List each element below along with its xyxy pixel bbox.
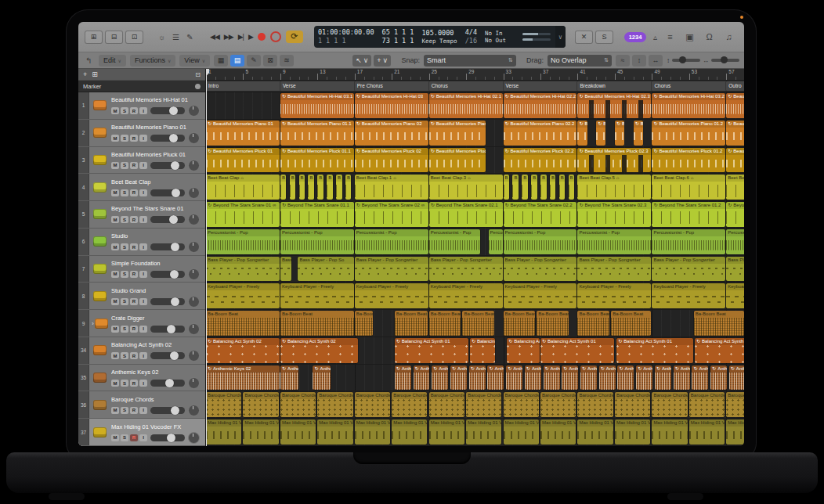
region[interactable]: Keyboard Player - Freely [652, 283, 725, 308]
region[interactable]: Max Hiding 01 V [689, 419, 725, 445]
region[interactable]: Baroque Chords [689, 392, 725, 417]
m-button[interactable]: M [111, 243, 119, 250]
view-menu[interactable]: View ∨ [179, 55, 210, 67]
volume-fader-knob[interactable] [172, 189, 180, 197]
region[interactable]: Baroque Chords [577, 392, 613, 417]
region[interactable]: ↻Anthemic Keys 02 [674, 365, 690, 391]
volume-fader[interactable] [150, 352, 185, 359]
region[interactable]: ↻Beyond The Stars Snare 01.2 [652, 202, 725, 227]
region[interactable]: B [569, 175, 575, 200]
volume-fader-knob[interactable] [169, 134, 178, 142]
region[interactable]: B [512, 175, 519, 200]
volume-fader[interactable] [150, 380, 185, 387]
region[interactable]: ↻Beautiful Memories Piano [577, 121, 587, 146]
region[interactable]: Ba-Boom Beat [395, 311, 428, 336]
i-button[interactable]: I [139, 135, 147, 142]
track-header-options-icon[interactable]: ⊡ [195, 71, 201, 78]
region[interactable]: Percussionist - Pop [355, 229, 428, 254]
region[interactable]: Bass Player - Pop Songwriter [504, 257, 577, 282]
volume-fader[interactable] [150, 434, 185, 441]
quick-help-toggle-button[interactable]: ⊡ [125, 31, 143, 44]
i-button[interactable]: I [139, 352, 147, 359]
i-button[interactable]: I [139, 162, 147, 169]
region[interactable]: Ba-Boom Beat [537, 311, 569, 336]
volume-fader[interactable] [150, 271, 185, 278]
region[interactable]: ↻Balancing Act Synth 02 [280, 338, 358, 363]
track-header-row[interactable]: 1Beautiful Memories Hi-Hat 01MSRI [78, 92, 205, 120]
region[interactable]: Percussionist - Pop [429, 229, 480, 254]
vertical-zoom-slider[interactable]: ↕ [667, 57, 700, 64]
grid-view-button[interactable]: ▦ [214, 55, 228, 67]
region[interactable]: B [327, 175, 333, 200]
region[interactable]: ↻Anthemic Keys 02 [395, 365, 411, 391]
region[interactable]: ↻Anthemic Keys 02 [487, 365, 504, 391]
region[interactable]: ↻Beautiful Memories Piano 01 [206, 121, 280, 146]
i-button[interactable]: I [139, 434, 147, 441]
i-button[interactable]: I [139, 271, 147, 278]
volume-fader-knob[interactable] [167, 434, 175, 442]
pan-knob[interactable] [188, 241, 200, 253]
count-in-button[interactable]: 1234 [624, 32, 646, 42]
region[interactable]: Ba-Boom Beat [429, 311, 461, 336]
volume-fader-knob[interactable] [170, 351, 179, 360]
marker-section[interactable]: Pre Chorus [355, 81, 431, 91]
metronome-icon[interactable]: ▵ [649, 31, 661, 43]
pan-knob[interactable] [188, 296, 200, 308]
region[interactable]: ↻Anthemic Keys 02 [562, 365, 578, 391]
region[interactable]: Keyboard Player - Freely [577, 283, 651, 308]
region[interactable]: ↻Beautiful Memories Pluck 02 [429, 148, 486, 173]
region[interactable]: ↻Anthemic Keys 02 [450, 365, 467, 391]
horizontal-zoom-slider[interactable]: ↔ [703, 57, 739, 64]
region[interactable]: ↻Anthemic Keys 02 [580, 365, 597, 391]
r-button[interactable]: R [130, 352, 138, 359]
track-header-row[interactable]: 4Beet Beat ClapMSRI [78, 174, 205, 201]
region[interactable]: ↻Beyond The Stars Snare 02.3 [577, 202, 651, 227]
functions-menu[interactable]: Functions ∨ [130, 55, 175, 67]
region[interactable]: ↻Beyond The Stars Snare 01.3 [726, 202, 744, 227]
region[interactable]: ↻Beautiful Memories Piano 01.1 [280, 121, 354, 146]
marker-section[interactable]: Verse [280, 81, 356, 91]
track-header-row[interactable]: 35Anthemic Keys 02MSRI [78, 365, 205, 392]
vertical-zoom-slider-knob[interactable] [679, 56, 686, 63]
region[interactable]: Bass Player - Pop Songwriter [726, 257, 744, 282]
bar-ruler[interactable]: 159131721252933374145495357 [206, 69, 744, 81]
s-button[interactable]: S [121, 243, 128, 250]
region[interactable]: B [308, 175, 314, 200]
volume-fader[interactable] [150, 326, 185, 333]
region[interactable]: Percussionist - Pop [726, 229, 744, 254]
pencil-tool-button[interactable]: ✎ [247, 55, 261, 67]
editors-button[interactable]: ✎ [184, 31, 196, 43]
volume-fader[interactable] [150, 243, 185, 250]
snap-dropdown[interactable]: Smart ⇅ [424, 55, 516, 67]
volume-fader[interactable] [150, 189, 185, 196]
track-header-row[interactable]: 9›Crate DiggerMSRI [78, 310, 205, 337]
volume-fader[interactable] [150, 135, 185, 142]
region[interactable]: Max Hiding 01 V [280, 419, 316, 445]
volume-fader[interactable] [150, 216, 185, 223]
i-button[interactable]: I [139, 189, 147, 196]
pan-knob[interactable] [188, 323, 200, 335]
library-toggle-button[interactable]: ⊞ [85, 31, 103, 44]
horizontal-auto-zoom-button[interactable]: ↔ [649, 55, 663, 67]
region[interactable]: Baroque Chords [429, 392, 464, 417]
pan-knob[interactable] [188, 105, 200, 117]
region[interactable]: Bass Player - Pop Songwriter [355, 257, 428, 282]
region[interactable]: ↻Anthemic Keys 02 [469, 365, 486, 391]
volume-fader-knob[interactable] [170, 270, 179, 279]
region[interactable]: B [280, 175, 287, 200]
lcd-display[interactable]: 01:00:00:00.00 1 1 1 1 65 1 1 1 73 1 1 1… [314, 26, 566, 48]
track-header-row[interactable]: 34Balancing Act Synth 02MSRI [78, 337, 205, 365]
region[interactable]: Max Hiding 01 V [577, 419, 613, 445]
region[interactable]: ↻Anthemic Keys 02 [655, 365, 671, 391]
track-header-row[interactable]: 8Studio GrandMSRI [78, 283, 205, 310]
region[interactable]: Max Hiding 01 V [504, 419, 539, 445]
waveform-zoom-button[interactable]: ≈ [616, 55, 630, 67]
m-button[interactable]: M [111, 162, 119, 169]
region[interactable]: ↻Beautiful Memories Piano [596, 121, 605, 146]
region[interactable]: Keyboard Player - Freely [206, 283, 280, 308]
add-track-button[interactable]: + [83, 70, 87, 78]
i-button[interactable]: I [139, 298, 147, 305]
region[interactable]: Keyboard Player - Freely [726, 283, 744, 308]
region[interactable]: Percussionist - Pop [206, 229, 280, 254]
region[interactable]: Beet Beat Clap.6⌂ [652, 175, 725, 200]
